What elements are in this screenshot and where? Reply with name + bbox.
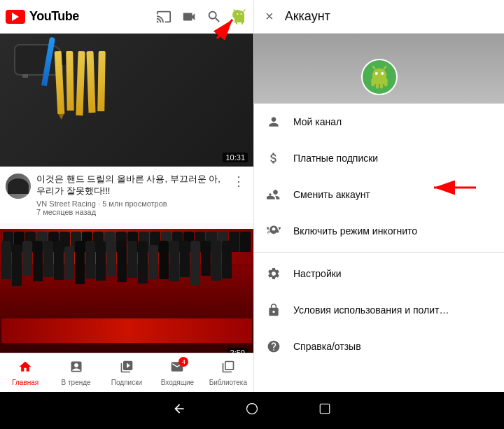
svg-point-15: [247, 404, 258, 414]
video-thumbnail-1[interactable]: 10:31: [0, 34, 253, 167]
more-options-1[interactable]: ⋮: [230, 174, 248, 216]
top-bar: YouTube: [0, 0, 253, 34]
menu-my-channel[interactable]: Мой канал: [254, 104, 504, 140]
menu-incognito-label: Включить режим инкогнито: [293, 225, 417, 237]
menu-incognito[interactable]: Включить режим инкогнито: [254, 213, 504, 249]
panel-title: Аккаунт: [285, 9, 330, 24]
svg-line-4: [244, 10, 245, 11]
lock-icon: [265, 302, 282, 318]
menu-switch-account[interactable]: Сменить аккаунт: [254, 176, 504, 213]
panel-header: × Аккаунт: [254, 0, 504, 34]
person-icon: [265, 113, 282, 130]
subscriptions-icon: [120, 360, 134, 377]
nav-subscriptions[interactable]: Подписки: [102, 356, 152, 391]
nav-inbox[interactable]: 4 Входящие: [152, 356, 202, 391]
close-button[interactable]: ×: [265, 8, 274, 24]
svg-line-9: [372, 66, 374, 69]
profile-icon[interactable]: [231, 8, 248, 25]
account-menu: Мой канал Платные подписки: [254, 104, 504, 392]
top-bar-icons: [155, 8, 248, 25]
menu-paid-subs[interactable]: Платные подписки: [254, 140, 504, 176]
svg-rect-14: [379, 83, 382, 88]
video-meta-1: 이것은 핸드 드릴의 올바른 사용, 부끄러운 아, 우리가 잘못했다!!! V…: [36, 174, 224, 216]
menu-settings[interactable]: Настройки: [254, 255, 504, 292]
dollar-icon: [265, 150, 282, 167]
svg-line-10: [384, 66, 386, 69]
youtube-logo-icon: [6, 10, 25, 24]
menu-help[interactable]: Справка/отзыв: [254, 328, 504, 365]
menu-terms-label: Условия использования и полит…: [293, 304, 449, 316]
nav-library-label: Библиотека: [209, 379, 247, 386]
inbox-badge: 4: [178, 357, 188, 367]
youtube-panel: YouTube: [0, 0, 253, 392]
menu-settings-label: Настройки: [293, 268, 342, 279]
nav-trending[interactable]: В тренде: [50, 356, 101, 391]
profile-section: ▾: [254, 34, 504, 104]
video-time-1: 7 месяцев назад: [36, 208, 224, 216]
menu-switch-account-label: Сменить аккаунт: [293, 189, 370, 200]
youtube-logo-text: YouTube: [29, 9, 79, 24]
nav-home-label: Главная: [12, 379, 38, 386]
nav-library[interactable]: Библиотека: [203, 356, 253, 391]
nav-inbox-label: Входящие: [161, 379, 194, 386]
video-info-1: 이것은 핸드 드릴의 올바른 사용, 부끄러운 아, 우리가 잘못했다!!! V…: [0, 167, 253, 223]
svg-rect-13: [376, 83, 379, 88]
library-icon: [221, 360, 235, 377]
profile-avatar[interactable]: [361, 59, 398, 95]
help-icon: [265, 338, 282, 355]
youtube-logo: YouTube: [6, 9, 155, 24]
settings-icon: [265, 265, 282, 282]
channel-avatar-1: [6, 174, 31, 199]
nav-home[interactable]: Главная: [0, 356, 50, 391]
switch-account-icon: [265, 186, 282, 203]
trending-icon: [69, 360, 83, 377]
video-thumbnail-2[interactable]: 2:50: [0, 229, 253, 353]
incognito-icon: [265, 223, 282, 239]
inbox-icon: 4: [170, 360, 184, 377]
svg-rect-16: [320, 404, 330, 414]
svg-rect-11: [371, 78, 374, 87]
svg-point-8: [381, 72, 384, 75]
bottom-navigation: Главная В тренде П: [0, 353, 253, 392]
account-panel: × Аккаунт: [253, 0, 504, 392]
video-title-1: 이것은 핸드 드릴의 올바른 사용, 부끄러운 아, 우리가 잘못했다!!!: [36, 174, 224, 197]
menu-paid-subs-label: Платные подписки: [293, 153, 378, 164]
menu-help-label: Справка/отзыв: [293, 341, 361, 352]
camera-icon[interactable]: [181, 8, 197, 25]
cast-icon[interactable]: [155, 8, 172, 25]
nav-trending-label: В тренде: [62, 379, 91, 386]
home-icon: [18, 360, 32, 377]
svg-point-1: [237, 13, 239, 15]
svg-line-3: [234, 10, 235, 11]
video-channel-1: VN Street Racing · 5 млн просмотров: [36, 199, 224, 208]
android-home-button[interactable]: [244, 400, 260, 417]
android-recents-button[interactable]: [316, 400, 333, 417]
svg-point-7: [374, 72, 377, 75]
android-back-button[interactable]: [171, 400, 188, 417]
video-duration-2: 2:50: [227, 348, 248, 353]
menu-my-channel-label: Мой канал: [293, 116, 342, 127]
menu-divider: [254, 252, 504, 253]
svg-point-2: [241, 13, 242, 15]
video-duration-1: 10:31: [223, 153, 248, 162]
search-icon[interactable]: [206, 8, 223, 25]
android-nav-bar: [0, 392, 504, 426]
video-feed: 10:31 이것은 핸드 드릴의 올바른 사용, 부끄러운 아, 우리가 잘못했…: [0, 34, 253, 353]
menu-terms[interactable]: Условия использования и полит…: [254, 292, 504, 328]
nav-subscriptions-label: Подписки: [111, 379, 142, 386]
svg-rect-12: [384, 78, 387, 87]
